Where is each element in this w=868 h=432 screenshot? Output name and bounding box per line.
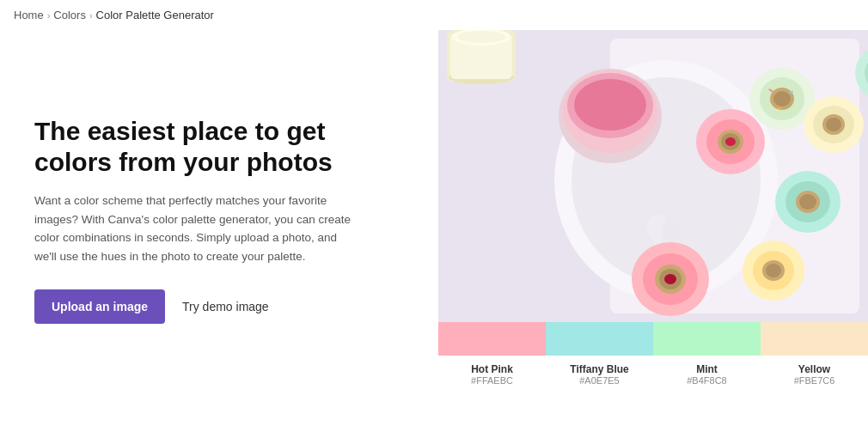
palette-item: Tiffany Blue#A0E7E5 <box>546 322 653 391</box>
palette-item: Hot Pink#FFAEBC <box>438 322 546 391</box>
palette-color-hex: #FBE7C6 <box>794 375 835 386</box>
svg-point-28 <box>725 137 736 146</box>
image-container <box>438 30 868 322</box>
breadcrumb-current: Color Palette Generator <box>96 9 214 21</box>
right-panel: Hot Pink#FFAEBCTiffany Blue#A0E7E5Mint#B… <box>438 30 868 431</box>
button-row: Upload an image Try demo image <box>34 289 404 324</box>
color-palette-row: Hot Pink#FFAEBCTiffany Blue#A0E7E5Mint#B… <box>438 322 868 391</box>
palette-item: Yellow#FBE7C6 <box>761 322 868 391</box>
main-layout: The easiest place to get colors from you… <box>0 30 868 431</box>
svg-point-36 <box>766 264 781 277</box>
svg-point-23 <box>826 118 841 131</box>
demo-button[interactable]: Try demo image <box>182 300 269 313</box>
palette-color-info: Hot Pink#FFAEBC <box>438 356 546 391</box>
breadcrumb-sep-2: › <box>89 10 93 21</box>
breadcrumb-sep-1: › <box>47 10 51 21</box>
palette-color-info: Tiffany Blue#A0E7E5 <box>546 356 653 391</box>
palette-item: Mint#B4F8C8 <box>653 322 761 391</box>
palette-color-name: Hot Pink <box>471 363 513 375</box>
palette-color-hex: #FFAEBC <box>471 375 513 386</box>
image-placeholder <box>438 30 868 322</box>
breadcrumb-home[interactable]: Home <box>14 9 44 21</box>
palette-color-hex: #A0E7E5 <box>579 375 619 386</box>
palette-color-swatch <box>438 322 546 356</box>
svg-point-32 <box>799 194 816 210</box>
palette-color-swatch <box>546 322 653 356</box>
svg-point-49 <box>457 31 505 43</box>
palette-color-name: Mint <box>696 363 718 375</box>
page-description: Want a color scheme that perfectly match… <box>34 192 361 265</box>
palette-color-name: Tiffany Blue <box>570 363 628 375</box>
palette-color-swatch <box>653 322 761 356</box>
palette-color-swatch <box>761 322 868 356</box>
palette-color-hex: #B4F8C8 <box>687 375 726 386</box>
left-panel: The easiest place to get colors from you… <box>0 30 438 431</box>
page-heading: The easiest place to get colors from you… <box>34 116 404 178</box>
palette-color-name: Yellow <box>798 363 830 375</box>
breadcrumb-colors[interactable]: Colors <box>53 9 86 21</box>
svg-point-11 <box>662 220 679 244</box>
palette-color-info: Mint#B4F8C8 <box>653 356 761 391</box>
breadcrumb: Home › Colors › Color Palette Generator <box>0 0 868 30</box>
svg-point-16 <box>773 91 791 106</box>
palette-color-info: Yellow#FBE7C6 <box>761 356 868 391</box>
svg-point-41 <box>664 274 676 284</box>
svg-point-8 <box>574 79 646 131</box>
upload-button[interactable]: Upload an image <box>34 289 165 324</box>
